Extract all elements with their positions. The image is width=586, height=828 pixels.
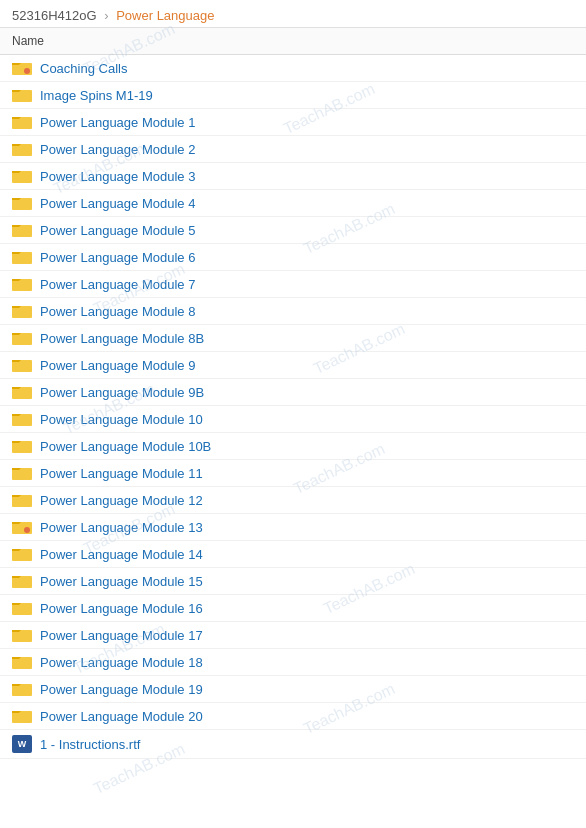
file-name-link[interactable]: Power Language Module 20: [40, 709, 203, 724]
folder-icon: [12, 222, 32, 238]
file-name-link[interactable]: Power Language Module 6: [40, 250, 195, 265]
list-item[interactable]: Power Language Module 9: [0, 352, 586, 379]
list-item[interactable]: Power Language Module 2: [0, 136, 586, 163]
folder-icon: [12, 519, 32, 535]
folder-icon: [12, 600, 32, 616]
list-item[interactable]: Power Language Module 17: [0, 622, 586, 649]
list-item[interactable]: Power Language Module 18: [0, 649, 586, 676]
svg-point-1: [24, 68, 30, 74]
list-item[interactable]: W1 - Instructions.rtf: [0, 730, 586, 759]
folder-icon: [12, 168, 32, 184]
folder-icon: [12, 546, 32, 562]
file-name-link[interactable]: Power Language Module 5: [40, 223, 195, 238]
file-name-link[interactable]: Image Spins M1-19: [40, 88, 153, 103]
list-item[interactable]: Coaching Calls: [0, 55, 586, 82]
breadcrumb: 52316H412oG › Power Language: [0, 0, 586, 28]
file-name-link[interactable]: Power Language Module 8B: [40, 331, 204, 346]
list-item[interactable]: Power Language Module 12: [0, 487, 586, 514]
file-name-link[interactable]: 1 - Instructions.rtf: [40, 737, 140, 752]
file-name-link[interactable]: Power Language Module 8: [40, 304, 195, 319]
list-item[interactable]: Power Language Module 8B: [0, 325, 586, 352]
file-name-link[interactable]: Power Language Module 9B: [40, 385, 204, 400]
word-icon: W: [12, 735, 32, 753]
list-item[interactable]: Power Language Module 14: [0, 541, 586, 568]
list-item[interactable]: Power Language Module 10: [0, 406, 586, 433]
folder-icon: [12, 357, 32, 373]
file-name-link[interactable]: Power Language Module 16: [40, 601, 203, 616]
list-item[interactable]: Power Language Module 5: [0, 217, 586, 244]
svg-point-19: [24, 527, 30, 533]
list-item[interactable]: Power Language Module 3: [0, 163, 586, 190]
file-name-link[interactable]: Coaching Calls: [40, 61, 127, 76]
folder-icon: [12, 492, 32, 508]
folder-icon: [12, 573, 32, 589]
file-name-link[interactable]: Power Language Module 10: [40, 412, 203, 427]
folder-icon: [12, 627, 32, 643]
file-name-link[interactable]: Power Language Module 10B: [40, 439, 211, 454]
file-name-link[interactable]: Power Language Module 17: [40, 628, 203, 643]
file-name-link[interactable]: Power Language Module 3: [40, 169, 195, 184]
folder-icon: [12, 141, 32, 157]
breadcrumb-separator: ›: [104, 8, 108, 23]
file-name-link[interactable]: Power Language Module 13: [40, 520, 203, 535]
file-name-link[interactable]: Power Language Module 14: [40, 547, 203, 562]
folder-icon: [12, 87, 32, 103]
list-item[interactable]: Power Language Module 6: [0, 244, 586, 271]
list-item[interactable]: Power Language Module 8: [0, 298, 586, 325]
folder-icon: [12, 438, 32, 454]
list-item[interactable]: Power Language Module 19: [0, 676, 586, 703]
list-item[interactable]: Power Language Module 16: [0, 595, 586, 622]
folder-icon: [12, 303, 32, 319]
list-item[interactable]: Power Language Module 15: [0, 568, 586, 595]
file-name-link[interactable]: Power Language Module 12: [40, 493, 203, 508]
list-item[interactable]: Power Language Module 7: [0, 271, 586, 298]
file-name-link[interactable]: Power Language Module 7: [40, 277, 195, 292]
list-item[interactable]: Power Language Module 1: [0, 109, 586, 136]
folder-icon: [12, 60, 32, 76]
file-name-link[interactable]: Power Language Module 9: [40, 358, 195, 373]
file-list: Coaching CallsImage Spins M1-19Power Lan…: [0, 55, 586, 759]
file-name-link[interactable]: Power Language Module 2: [40, 142, 195, 157]
file-name-link[interactable]: Power Language Module 1: [40, 115, 195, 130]
folder-icon: [12, 708, 32, 724]
folder-icon: [12, 384, 32, 400]
file-name-link[interactable]: Power Language Module 4: [40, 196, 195, 211]
list-item[interactable]: Power Language Module 13: [0, 514, 586, 541]
column-header: Name: [0, 28, 586, 55]
folder-icon: [12, 195, 32, 211]
list-item[interactable]: Power Language Module 11: [0, 460, 586, 487]
folder-icon: [12, 276, 32, 292]
folder-icon: [12, 411, 32, 427]
folder-icon: [12, 654, 32, 670]
list-item[interactable]: Power Language Module 10B: [0, 433, 586, 460]
list-item[interactable]: Power Language Module 4: [0, 190, 586, 217]
list-item[interactable]: Image Spins M1-19: [0, 82, 586, 109]
folder-icon: [12, 465, 32, 481]
list-item[interactable]: Power Language Module 20: [0, 703, 586, 730]
breadcrumb-current[interactable]: Power Language: [116, 8, 214, 23]
file-name-link[interactable]: Power Language Module 18: [40, 655, 203, 670]
file-name-link[interactable]: Power Language Module 11: [40, 466, 203, 481]
folder-icon: [12, 114, 32, 130]
folder-icon: [12, 249, 32, 265]
folder-icon: [12, 330, 32, 346]
list-item[interactable]: Power Language Module 9B: [0, 379, 586, 406]
folder-icon: [12, 681, 32, 697]
file-name-link[interactable]: Power Language Module 15: [40, 574, 203, 589]
breadcrumb-code[interactable]: 52316H412oG: [12, 8, 97, 23]
file-name-link[interactable]: Power Language Module 19: [40, 682, 203, 697]
